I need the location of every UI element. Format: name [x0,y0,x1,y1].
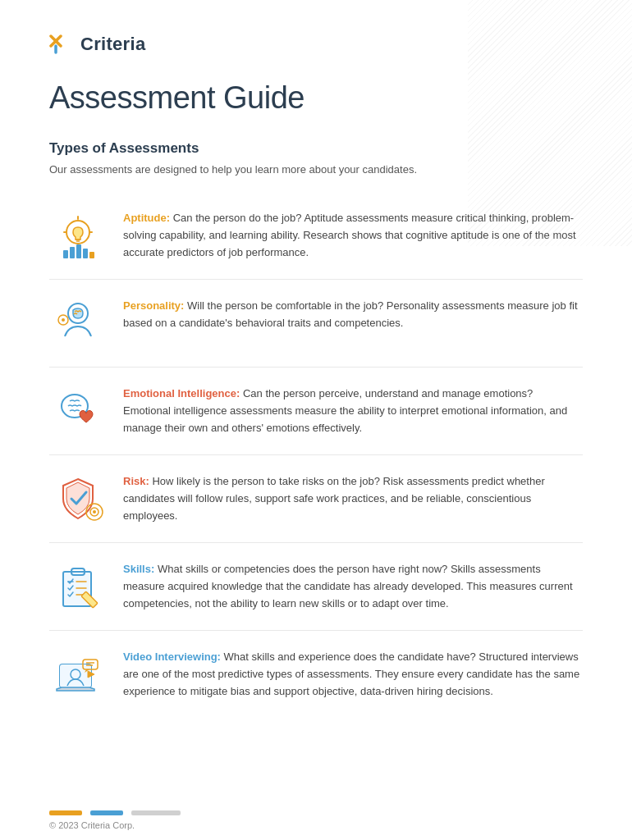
personality-text: Personality: Will the person be comforta… [123,298,583,332]
page-title: Assessment Guide [49,80,583,116]
assessment-item-video: Video Interviewing: What skills and expe… [49,631,583,718]
assessment-item-skills: Skills: What skills or competencies does… [49,543,583,631]
emotional-content: Emotional Intelligence: Can the person p… [123,382,583,436]
risk-icon-container [49,470,107,527]
emotional-label: Emotional Intelligence: [123,387,240,399]
footer-bar-blue [90,810,123,815]
logo-area: Criteria [49,33,583,56]
risk-content: Risk: How likely is the person to take r… [123,470,583,524]
page: Criteria Assessment Guide Types of Asses… [0,0,632,840]
assessment-list: Aptitude: Can the person do the job? Apt… [49,192,583,718]
assessment-item-aptitude: Aptitude: Can the person do the job? Apt… [49,192,583,280]
personality-icon [52,297,105,350]
svg-point-21 [93,510,96,514]
personality-icon-container [49,294,107,352]
skills-icon [52,560,105,614]
personality-content: Personality: Will the person be comforta… [123,294,583,332]
section-title: Types of Assessments [49,140,583,157]
emotional-icon-container [49,382,107,440]
section-subtitle: Our assessments are designed to help you… [49,163,583,176]
svg-rect-14 [89,252,94,258]
risk-label: Risk: [123,475,149,487]
skills-content: Skills: What skills or competencies does… [123,558,583,612]
skills-text: Skills: What skills or competencies does… [123,561,583,612]
footer-bar-light [131,810,181,815]
risk-body: How likely is the person to take risks o… [123,475,545,522]
skills-icon-container [49,558,107,615]
video-content: Video Interviewing: What skills and expe… [123,646,583,700]
video-icon-container [49,646,107,703]
emotional-text: Emotional Intelligence: Can the person p… [123,386,583,436]
svg-rect-12 [76,244,81,258]
risk-text: Risk: How likely is the person to take r… [123,473,583,524]
assessment-item-personality: Personality: Will the person be comforta… [49,280,583,368]
aptitude-icon-container [49,207,107,264]
logo-text: Criteria [80,34,145,55]
svg-rect-10 [63,250,68,258]
personality-body: Will the person be comfortable in the jo… [123,299,578,329]
aptitude-body: Can the person do the job? Aptitude asse… [123,212,576,258]
video-label: Video Interviewing: [123,651,221,663]
skills-body: What skills or competencies does the per… [123,563,573,609]
aptitude-icon [52,209,105,262]
svg-point-17 [62,318,65,322]
assessment-item-risk: Risk: How likely is the person to take r… [49,455,583,543]
criteria-logo-icon [49,33,76,56]
footer-bar-orange [49,810,82,815]
footer-copyright: © 2023 Criteria Corp. [49,820,135,830]
aptitude-label: Aptitude: [123,212,170,224]
svg-rect-13 [83,249,88,258]
skills-label: Skills: [123,563,154,575]
emotional-icon [52,385,105,438]
aptitude-content: Aptitude: Can the person do the job? Apt… [123,207,583,261]
svg-rect-11 [70,247,75,258]
video-icon [52,648,105,701]
video-text: Video Interviewing: What skills and expe… [123,649,583,700]
risk-icon [52,472,105,526]
assessment-item-emotional: Emotional Intelligence: Can the person p… [49,368,583,455]
personality-label: Personality: [123,299,184,312]
footer: © 2023 Criteria Corp. [49,810,583,815]
svg-rect-31 [60,664,91,687]
aptitude-text: Aptitude: Can the person do the job? Apt… [123,210,583,261]
